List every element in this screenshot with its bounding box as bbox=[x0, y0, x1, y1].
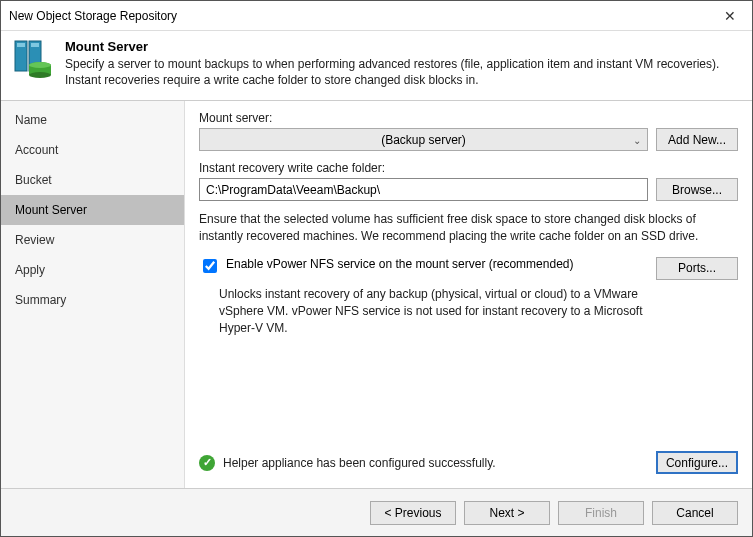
step-review[interactable]: Review bbox=[1, 225, 184, 255]
wizard-steps-sidebar: Name Account Bucket Mount Server Review … bbox=[1, 101, 185, 488]
step-summary[interactable]: Summary bbox=[1, 285, 184, 315]
mount-server-dropdown[interactable]: (Backup server) ⌄ bbox=[199, 128, 648, 151]
mount-server-value: (Backup server) bbox=[381, 133, 466, 147]
step-name[interactable]: Name bbox=[1, 105, 184, 135]
step-mount-server[interactable]: Mount Server bbox=[1, 195, 184, 225]
titlebar: New Object Storage Repository ✕ bbox=[1, 1, 752, 31]
next-button[interactable]: Next > bbox=[464, 501, 550, 525]
status-text: Helper appliance has been configured suc… bbox=[223, 456, 648, 470]
step-bucket[interactable]: Bucket bbox=[1, 165, 184, 195]
cache-help-text: Ensure that the selected volume has suff… bbox=[199, 211, 738, 245]
svg-point-7 bbox=[29, 62, 51, 68]
storage-icon bbox=[13, 39, 53, 79]
step-account[interactable]: Account bbox=[1, 135, 184, 165]
browse-button[interactable]: Browse... bbox=[656, 178, 738, 201]
cancel-button[interactable]: Cancel bbox=[652, 501, 738, 525]
mount-server-label: Mount server: bbox=[199, 111, 738, 125]
configure-button[interactable]: Configure... bbox=[656, 451, 738, 474]
dialog-window: New Object Storage Repository ✕ Mount Se… bbox=[0, 0, 753, 537]
window-title: New Object Storage Repository bbox=[9, 9, 708, 23]
wizard-footer: < Previous Next > Finish Cancel bbox=[1, 488, 752, 536]
header-text: Mount Server Specify a server to mount b… bbox=[65, 39, 740, 88]
status-row: ✓ Helper appliance has been configured s… bbox=[199, 451, 738, 480]
success-icon: ✓ bbox=[199, 455, 215, 471]
cache-folder-input[interactable] bbox=[199, 178, 648, 201]
close-icon: ✕ bbox=[724, 8, 736, 24]
svg-rect-3 bbox=[31, 43, 39, 47]
svg-rect-2 bbox=[17, 43, 25, 47]
wizard-header: Mount Server Specify a server to mount b… bbox=[1, 31, 752, 101]
cache-folder-label: Instant recovery write cache folder: bbox=[199, 161, 738, 175]
finish-button: Finish bbox=[558, 501, 644, 525]
step-apply[interactable]: Apply bbox=[1, 255, 184, 285]
ports-button[interactable]: Ports... bbox=[656, 257, 738, 280]
add-new-button[interactable]: Add New... bbox=[656, 128, 738, 151]
previous-button[interactable]: < Previous bbox=[370, 501, 456, 525]
vpower-label: Enable vPower NFS service on the mount s… bbox=[226, 257, 650, 271]
svg-point-6 bbox=[29, 72, 51, 78]
chevron-down-icon: ⌄ bbox=[633, 134, 641, 145]
page-subtitle: Specify a server to mount backups to whe… bbox=[65, 56, 740, 88]
wizard-body: Name Account Bucket Mount Server Review … bbox=[1, 101, 752, 488]
vpower-help-text: Unlocks instant recovery of any backup (… bbox=[219, 286, 648, 336]
page-title: Mount Server bbox=[65, 39, 740, 54]
vpower-checkbox[interactable] bbox=[203, 259, 217, 273]
close-button[interactable]: ✕ bbox=[708, 1, 752, 30]
content-panel: Mount server: (Backup server) ⌄ Add New.… bbox=[185, 101, 752, 488]
